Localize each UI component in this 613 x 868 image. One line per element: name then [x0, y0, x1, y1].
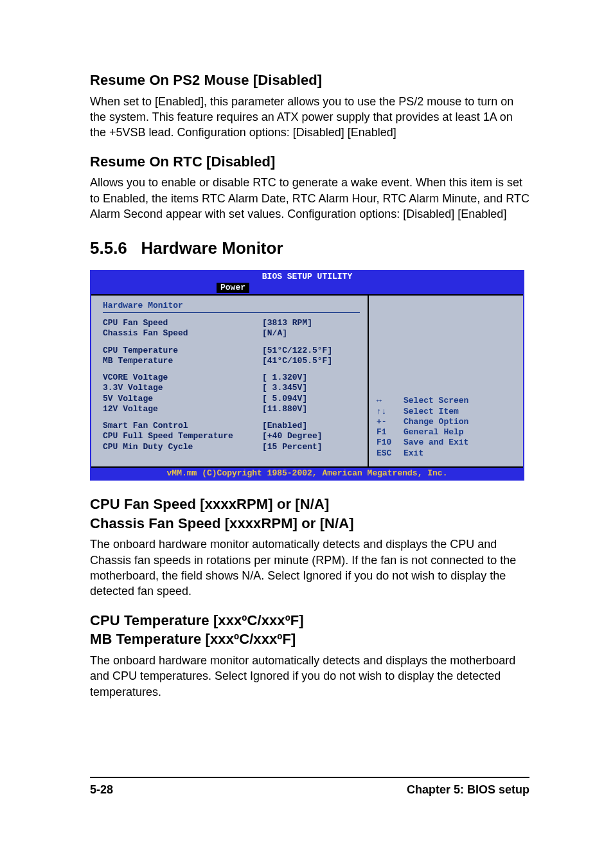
paragraph-resume-ps2: When set to [Enabled], this parameter al… [90, 94, 529, 141]
bios-item-label: Smart Fan Control [103, 421, 262, 431]
bios-help-text: Change Option [404, 417, 468, 427]
bios-item-value: [ 3.345V] [262, 383, 307, 393]
bios-row[interactable]: 3.3V Voltage [ 3.345V] [103, 383, 360, 393]
bios-copyright: vMM.mm (C)Copyright 1985-2002, American … [91, 466, 523, 479]
bios-help-key: ↑↓ [377, 407, 404, 417]
heading-hardware-monitor: 5.5.6 Hardware Monitor [90, 237, 529, 260]
bios-row[interactable]: 12V Voltage [11.880V] [103, 404, 360, 414]
page-number: 5-28 [90, 782, 113, 797]
bios-help-key: F10 [377, 438, 404, 448]
bios-item-label: MB Temperature [103, 356, 262, 366]
bios-help-key: F1 [377, 427, 404, 438]
bios-help-row: ↑↓ Select Item [377, 407, 517, 417]
bios-help-key: +- [377, 417, 404, 427]
bios-title-bar: BIOS SETUP UTILITY [91, 271, 523, 282]
bios-item-value: [51°C/122.5°F] [262, 346, 332, 356]
paragraph-fan-speed: The onboard hardware monitor automatical… [90, 536, 529, 599]
bios-help-row: F10 Save and Exit [377, 438, 517, 448]
bios-item-value: [3813 RPM] [262, 318, 312, 328]
manual-page: Resume On PS2 Mouse [Disabled] When set … [0, 0, 613, 823]
bios-tab-power[interactable]: Power [217, 283, 249, 293]
bios-help-text: Save and Exit [404, 438, 468, 448]
bios-item-label: CPU Min Duty Cycle [103, 442, 262, 452]
heading-resume-ps2: Resume On PS2 Mouse [Disabled] [90, 71, 529, 90]
bios-help-row: ESC Exit [377, 448, 517, 459]
bios-left-pane: Hardware Monitor CPU Fan Speed [3813 RPM… [91, 296, 369, 466]
bios-screenshot: BIOS SETUP UTILITY Power Hardware Monito… [90, 270, 524, 481]
bios-item-label: 5V Voltage [103, 394, 262, 404]
bios-item-value: [+40 Degree] [262, 431, 323, 441]
bios-row[interactable]: 5V Voltage [ 5.094V] [103, 394, 360, 404]
bios-help-list: ↔ Select Screen ↑↓ Select Item +- Change… [377, 396, 517, 459]
bios-help-text: Exit [404, 448, 423, 459]
bios-item-label: CPU Fan Speed [103, 318, 262, 328]
bios-body: Hardware Monitor CPU Fan Speed [3813 RPM… [91, 294, 523, 466]
bios-help-text: Select Item [404, 407, 459, 417]
chapter-title: Chapter 5: BIOS setup [407, 782, 529, 797]
paragraph-temperature: The onboard hardware monitor automatical… [90, 653, 529, 700]
bios-help-pane: ↔ Select Screen ↑↓ Select Item +- Change… [369, 296, 523, 466]
bios-item-label: CPU Full Speed Temperature [103, 431, 262, 441]
bios-help-key: ESC [377, 448, 404, 459]
bios-row[interactable]: MB Temperature [41°C/105.5°F] [103, 356, 360, 366]
paragraph-resume-rtc: Allows you to enable or disable RTC to g… [90, 175, 529, 222]
heading-resume-rtc: Resume On RTC [Disabled] [90, 152, 529, 172]
bios-row[interactable]: CPU Min Duty Cycle [15 Percent] [103, 442, 360, 452]
bios-item-value: [11.880V] [262, 404, 307, 414]
bios-help-row: F1 General Help [377, 427, 517, 438]
bios-row[interactable]: CPU Full Speed Temperature [+40 Degree] [103, 431, 360, 441]
bios-item-value: [ 1.320V] [262, 373, 307, 383]
footer-divider [90, 777, 529, 778]
bios-row[interactable]: CPU Temperature [51°C/122.5°F] [103, 346, 360, 356]
bios-panel-title: Hardware Monitor [103, 301, 360, 311]
section-number: 5.5.6 [90, 238, 127, 258]
bios-item-value: [Enabled] [262, 421, 307, 431]
bios-item-label: 3.3V Voltage [103, 383, 262, 393]
page-footer: 5-28 Chapter 5: BIOS setup [90, 782, 529, 797]
bios-item-value: [N/A] [262, 328, 287, 339]
bios-row[interactable]: Chassis Fan Speed [N/A] [103, 328, 360, 339]
bios-help-text: Select Screen [404, 396, 468, 406]
heading-cpu-fan-speed: CPU Fan Speed [xxxxRPM] or [N/A] [90, 495, 529, 514]
bios-item-label: VCORE Voltage [103, 373, 262, 383]
bios-item-label: 12V Voltage [103, 404, 262, 414]
divider [103, 312, 360, 313]
bios-item-value: [15 Percent] [262, 442, 323, 452]
bios-item-value: [41°C/105.5°F] [262, 356, 332, 366]
bios-help-text: General Help [404, 427, 464, 438]
bios-menu-tabs: Power [91, 283, 523, 294]
section-title: Hardware Monitor [141, 238, 283, 258]
bios-help-row: +- Change Option [377, 417, 517, 427]
bios-row[interactable]: CPU Fan Speed [3813 RPM] [103, 318, 360, 328]
bios-help-row: ↔ Select Screen [377, 396, 517, 406]
bios-row[interactable]: Smart Fan Control [Enabled] [103, 421, 360, 431]
bios-help-key: ↔ [377, 396, 404, 406]
heading-cpu-temperature: CPU Temperature [xxxºC/xxxºF] [90, 611, 529, 630]
bios-item-label: Chassis Fan Speed [103, 328, 262, 339]
bios-item-label: CPU Temperature [103, 346, 262, 356]
heading-chassis-fan-speed: Chassis Fan Speed [xxxxRPM] or [N/A] [90, 514, 529, 533]
heading-mb-temperature: MB Temperature [xxxºC/xxxºF] [90, 630, 529, 649]
bios-item-value: [ 5.094V] [262, 394, 307, 404]
bios-row[interactable]: VCORE Voltage [ 1.320V] [103, 373, 360, 383]
